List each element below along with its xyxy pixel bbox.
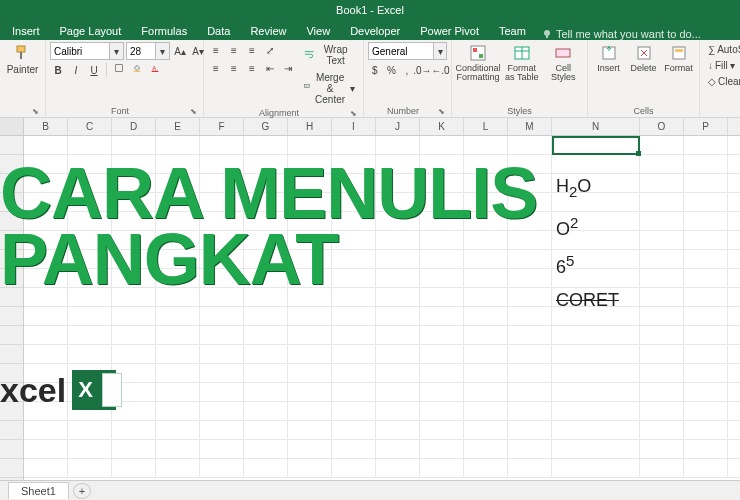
svg-rect-20 bbox=[675, 49, 683, 52]
percent-format-button[interactable]: % bbox=[384, 62, 400, 78]
row-header[interactable] bbox=[0, 307, 23, 326]
col-header[interactable]: P bbox=[684, 118, 728, 135]
fill-button[interactable]: ↓Fill▾ bbox=[704, 58, 740, 73]
col-header[interactable]: J bbox=[376, 118, 420, 135]
chevron-down-icon[interactable]: ▾ bbox=[156, 42, 170, 60]
align-left-button[interactable]: ≡ bbox=[208, 60, 224, 76]
svg-marker-5 bbox=[134, 65, 139, 70]
col-header[interactable]: F bbox=[200, 118, 244, 135]
new-sheet-button[interactable]: + bbox=[73, 483, 91, 499]
orientation-button[interactable]: ⤢ bbox=[262, 42, 278, 58]
tab-power-pivot[interactable]: Power Pivot bbox=[410, 22, 489, 40]
col-header[interactable]: B bbox=[24, 118, 68, 135]
decrease-indent-button[interactable]: ⇤ bbox=[262, 60, 278, 76]
group-alignment: ≡ ≡ ≡ ⤢ ≡ ≡ ≡ ⇤ ⇥ Wrap Text bbox=[204, 40, 364, 117]
conditional-formatting-icon bbox=[469, 44, 487, 62]
svg-rect-4 bbox=[116, 65, 123, 72]
tab-team[interactable]: Team bbox=[489, 22, 536, 40]
delete-icon bbox=[635, 44, 653, 62]
decrease-decimal-button[interactable]: ←.0 bbox=[432, 62, 448, 78]
cell-n3[interactable]: H2O bbox=[556, 176, 591, 200]
underline-button[interactable]: U bbox=[86, 62, 102, 78]
col-header[interactable]: G bbox=[244, 118, 288, 135]
tab-view[interactable]: View bbox=[296, 22, 340, 40]
accounting-format-button[interactable]: $ bbox=[368, 62, 382, 78]
borders-button[interactable] bbox=[111, 62, 127, 78]
tab-formulas[interactable]: Formulas bbox=[131, 22, 197, 40]
tab-page-layout[interactable]: Page Layout bbox=[50, 22, 132, 40]
sheet-tab[interactable]: Sheet1 bbox=[8, 482, 69, 499]
cell-n7[interactable]: 65 bbox=[556, 252, 574, 278]
chevron-down-icon[interactable]: ▾ bbox=[110, 42, 124, 60]
row-header[interactable] bbox=[0, 345, 23, 364]
row-header[interactable] bbox=[0, 440, 23, 459]
align-middle-button[interactable]: ≡ bbox=[226, 42, 242, 58]
col-header[interactable]: N bbox=[552, 118, 640, 135]
svg-rect-2 bbox=[17, 46, 25, 52]
font-name-combo[interactable] bbox=[50, 42, 110, 60]
clipboard-launcher-icon[interactable]: ⬊ bbox=[32, 107, 41, 116]
number-format-combo[interactable] bbox=[368, 42, 434, 60]
col-header[interactable]: K bbox=[420, 118, 464, 135]
svg-rect-16 bbox=[556, 49, 570, 57]
comma-format-button[interactable]: , bbox=[402, 62, 413, 78]
format-cells-button[interactable]: Format bbox=[662, 42, 695, 75]
selected-cell[interactable] bbox=[552, 136, 640, 155]
row-header[interactable] bbox=[0, 459, 23, 478]
bold-button[interactable]: B bbox=[50, 62, 66, 78]
increase-indent-button[interactable]: ⇥ bbox=[280, 60, 296, 76]
italic-button[interactable]: I bbox=[68, 62, 84, 78]
align-bottom-button[interactable]: ≡ bbox=[244, 42, 260, 58]
align-top-button[interactable]: ≡ bbox=[208, 42, 224, 58]
col-header[interactable]: E bbox=[156, 118, 200, 135]
clear-button[interactable]: ◇Clear▾ bbox=[704, 74, 740, 89]
merge-center-button[interactable]: Merge & Center ▾ bbox=[300, 70, 359, 107]
format-painter-button[interactable]: Painter bbox=[4, 42, 41, 94]
increase-decimal-button[interactable]: .0→ bbox=[414, 62, 430, 78]
group-label-number: Number bbox=[368, 105, 438, 116]
conditional-formatting-button[interactable]: Conditional Formatting bbox=[456, 42, 500, 85]
align-center-button[interactable]: ≡ bbox=[226, 60, 242, 76]
cell-styles-button[interactable]: Cell Styles bbox=[544, 42, 584, 85]
indent-icon: ⇥ bbox=[284, 63, 292, 74]
row-header[interactable] bbox=[0, 421, 23, 440]
autosum-button[interactable]: ∑AutoSum bbox=[704, 42, 740, 57]
increase-font-button[interactable]: A▴ bbox=[172, 43, 188, 59]
number-launcher-icon[interactable]: ⬊ bbox=[438, 107, 447, 116]
tab-review[interactable]: Review bbox=[240, 22, 296, 40]
fill-color-button[interactable] bbox=[129, 62, 145, 78]
font-size-combo[interactable] bbox=[126, 42, 156, 60]
insert-cells-button[interactable]: Insert bbox=[592, 42, 625, 75]
col-header[interactable]: C bbox=[68, 118, 112, 135]
chevron-down-icon[interactable]: ▾ bbox=[434, 42, 447, 60]
format-as-table-button[interactable]: Format as Table bbox=[502, 42, 542, 85]
delete-cells-button[interactable]: Delete bbox=[627, 42, 660, 75]
tell-me-search[interactable]: Tell me what you want to do... bbox=[542, 28, 701, 40]
col-header[interactable]: M bbox=[508, 118, 552, 135]
excel-icon: X bbox=[72, 370, 116, 410]
align-right-button[interactable]: ≡ bbox=[244, 60, 260, 76]
font-launcher-icon[interactable]: ⬊ bbox=[190, 107, 199, 116]
col-header[interactable]: L bbox=[464, 118, 508, 135]
col-header[interactable]: I bbox=[332, 118, 376, 135]
cell-n5[interactable]: O2 bbox=[556, 214, 578, 240]
fill-down-icon: ↓ bbox=[708, 60, 713, 71]
group-clipboard: Painter ⬊ bbox=[0, 40, 46, 117]
col-header[interactable]: O bbox=[640, 118, 684, 135]
col-header[interactable]: D bbox=[112, 118, 156, 135]
wrap-text-button[interactable]: Wrap Text bbox=[300, 42, 359, 68]
tab-developer[interactable]: Developer bbox=[340, 22, 410, 40]
font-color-button[interactable]: A bbox=[147, 62, 163, 78]
cell-n9[interactable]: CORET bbox=[556, 290, 619, 311]
row-header[interactable] bbox=[0, 326, 23, 345]
alignment-launcher-icon[interactable]: ⬊ bbox=[350, 109, 359, 118]
select-all-corner[interactable] bbox=[0, 118, 24, 135]
currency-icon: $ bbox=[372, 65, 378, 76]
tab-data[interactable]: Data bbox=[197, 22, 240, 40]
outdent-icon: ⇤ bbox=[266, 63, 274, 74]
group-styles: Conditional Formatting Format as Table C… bbox=[452, 40, 588, 117]
col-header[interactable]: H bbox=[288, 118, 332, 135]
tab-insert[interactable]: Insert bbox=[2, 22, 50, 40]
separator bbox=[106, 63, 107, 77]
font-color-icon: A bbox=[151, 64, 159, 76]
